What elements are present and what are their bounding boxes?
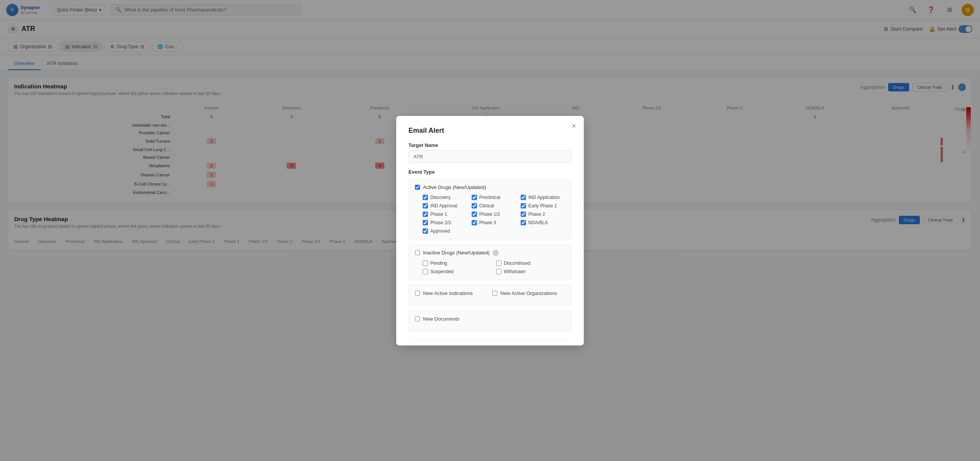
modal-overlay[interactable]: Email Alert × Target Name Event Type Act… [0, 0, 980, 461]
checkbox-preclinical: Preclinical [472, 195, 516, 200]
phase2-checkbox[interactable] [521, 212, 526, 217]
clinical-checkbox[interactable] [472, 203, 477, 209]
checkbox-clinical: Clinical [472, 203, 516, 209]
checkbox-phase12: Phase 1/2 [472, 212, 516, 217]
inactive-drugs-group: Inactive Drugs (New/Updated) i Pending D… [408, 244, 572, 280]
checkbox-ind-approval: IND Approval [423, 203, 467, 209]
suspended-checkbox[interactable] [423, 269, 428, 274]
new-active-organizations-item: New Active Organizations [492, 290, 565, 296]
checkbox-phase2: Phase 2 [521, 212, 565, 217]
checkbox-suspended: Suspended [423, 269, 492, 274]
email-alert-modal: Email Alert × Target Name Event Type Act… [396, 116, 584, 345]
modal-close-button[interactable]: × [572, 122, 576, 130]
early-phase1-checkbox[interactable] [521, 203, 526, 209]
target-name-label: Target Name [408, 142, 572, 148]
checkbox-pending: Pending [423, 261, 492, 266]
new-documents-group: New Documents [408, 310, 572, 331]
active-drugs-group: Active Drugs (New/Updated) Discovery Pre… [408, 179, 572, 239]
checkbox-withdrawn: Withdrawn [496, 269, 565, 274]
checkbox-nda-bla: NDA/BLA [521, 220, 565, 225]
preclinical-checkbox[interactable] [472, 195, 477, 200]
inactive-drugs-sub-items: Pending Discontinued Suspended Withdrawn [415, 261, 565, 274]
new-active-indications-label: New Active Indications [423, 290, 473, 296]
new-active-indications-checkbox[interactable] [415, 291, 420, 296]
event-type-label: Event Type [408, 169, 572, 175]
active-drugs-sub-items: Discovery Preclinical IND Application IN… [415, 195, 565, 234]
phase3-checkbox[interactable] [472, 220, 477, 225]
checkbox-discontinued: Discontinued [496, 261, 565, 266]
checkbox-ind-application: IND Application [521, 195, 565, 200]
new-documents-item: New Documents [415, 316, 565, 322]
ind-approval-checkbox[interactable] [423, 203, 428, 209]
active-drugs-header: Active Drugs (New/Updated) [415, 184, 565, 190]
target-name-input[interactable] [408, 150, 572, 163]
new-documents-label: New Documents [423, 316, 459, 322]
active-drugs-checkbox[interactable] [415, 185, 420, 190]
new-documents-checkbox[interactable] [415, 316, 420, 321]
inactive-drugs-checkbox[interactable] [415, 250, 420, 255]
active-drugs-label: Active Drugs (New/Updated) [423, 184, 486, 190]
checkbox-phase1: Phase 1 [423, 212, 467, 217]
approved-checkbox[interactable] [423, 228, 428, 234]
new-active-items: New Active Indications New Active Organi… [415, 290, 565, 300]
withdrawn-checkbox[interactable] [496, 269, 501, 274]
phase1-checkbox[interactable] [423, 212, 428, 217]
new-active-group: New Active Indications New Active Organi… [408, 285, 572, 306]
nda-bla-checkbox[interactable] [521, 220, 526, 225]
discovery-checkbox[interactable] [423, 195, 428, 200]
discontinued-checkbox[interactable] [496, 261, 501, 266]
checkbox-approved: Approved [423, 228, 467, 234]
new-active-organizations-checkbox[interactable] [492, 291, 497, 296]
checkbox-phase3: Phase 3 [472, 220, 516, 225]
phase23-checkbox[interactable] [423, 220, 428, 225]
pending-checkbox[interactable] [423, 261, 428, 266]
inactive-drugs-label: Inactive Drugs (New/Updated) [423, 250, 490, 256]
modal-footer: Cancel Submit [408, 339, 572, 345]
checkbox-discovery: Discovery [423, 195, 467, 200]
new-active-indications-item: New Active Indications [415, 290, 488, 296]
checkbox-phase23: Phase 2/3 [423, 220, 467, 225]
inactive-drugs-info-icon[interactable]: i [493, 250, 499, 256]
ind-application-checkbox[interactable] [521, 195, 526, 200]
modal-title: Email Alert [408, 127, 572, 135]
inactive-drugs-header: Inactive Drugs (New/Updated) i [415, 250, 565, 256]
new-active-organizations-label: New Active Organizations [500, 290, 557, 296]
checkbox-early-phase1: Early Phase 1 [521, 203, 565, 209]
phase12-checkbox[interactable] [472, 212, 477, 217]
